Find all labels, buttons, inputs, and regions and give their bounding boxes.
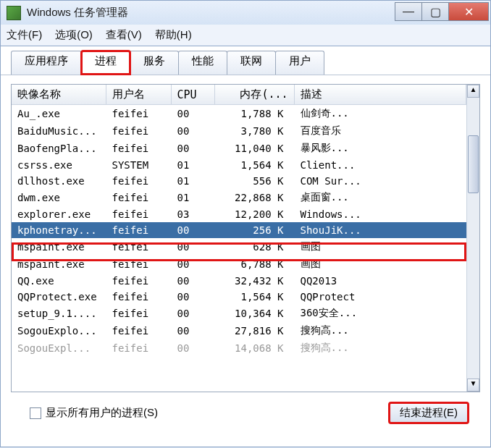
cell-name: kphonetray... — [12, 222, 106, 238]
cell-desc: 桌面窗... — [294, 189, 466, 206]
table-row[interactable]: dllhost.exefeifei01556 KCOM Sur... — [12, 173, 466, 189]
tab-performance[interactable]: 性能 — [178, 51, 227, 75]
scroll-thumb[interactable] — [468, 135, 479, 193]
cell-name: mspaint.exe — [12, 255, 106, 273]
cell-name: dwm.exe — [12, 189, 106, 206]
table-row[interactable]: setup_9.1....feifei0010,364 K360安全... — [12, 305, 466, 322]
table-row[interactable]: SogouExplo...feifei0027,816 K搜狗高... — [12, 322, 466, 339]
cell-desc: 画图 — [294, 238, 466, 255]
titlebar: Windows 任务管理器 — ▢ ✕ — [0, 0, 491, 25]
cell-mem: 10,364 K — [214, 305, 294, 322]
col-cpu[interactable]: CPU — [171, 85, 214, 105]
tab-networking[interactable]: 联网 — [227, 51, 276, 75]
cell-desc: Windows... — [294, 206, 466, 222]
minimize-button[interactable]: — — [395, 2, 422, 21]
cell-mem: 1,564 K — [214, 289, 294, 305]
cell-desc: QQ2013 — [294, 273, 466, 289]
tab-applications[interactable]: 应用程序 — [11, 51, 82, 75]
show-all-users-wrap[interactable]: 显示所有用户的进程(S) — [30, 406, 158, 420]
cell-desc: QQProtect — [294, 289, 466, 305]
cell-user: feifei — [106, 273, 171, 289]
app-icon — [7, 6, 21, 20]
table-row[interactable]: SogouExpl...feifei0014,068 K搜狗高... — [12, 339, 466, 357]
cell-cpu: 00 — [171, 140, 214, 157]
cell-cpu: 01 — [171, 157, 214, 173]
end-process-button[interactable]: 结束进程(E) — [389, 402, 469, 423]
table-row[interactable]: QQProtect.exefeifei001,564 KQQProtect — [12, 289, 466, 305]
cell-cpu: 01 — [171, 189, 214, 206]
cell-name: Au_.exe — [12, 105, 106, 123]
cell-desc: COM Sur... — [294, 173, 466, 189]
cell-user: feifei — [106, 173, 171, 189]
close-button[interactable]: ✕ — [448, 2, 489, 21]
table-row[interactable]: BaiduMusic...feifei003,780 K百度音乐 — [12, 122, 466, 140]
cell-cpu: 00 — [171, 339, 214, 357]
table-row[interactable]: dwm.exefeifei0122,868 K桌面窗... — [12, 189, 466, 206]
menu-help[interactable]: 帮助(H) — [155, 28, 192, 42]
menu-options[interactable]: 选项(O) — [55, 28, 93, 42]
show-all-users-checkbox[interactable] — [30, 407, 41, 419]
tab-processes[interactable]: 进程 — [81, 51, 130, 75]
cell-name: QQ.exe — [12, 273, 106, 289]
cell-name: SogouExplo... — [12, 322, 106, 339]
cell-cpu: 00 — [171, 273, 214, 289]
window-buttons: — ▢ ✕ — [395, 2, 489, 21]
cell-mem: 556 K — [214, 173, 294, 189]
cell-mem: 1,788 K — [214, 105, 294, 123]
cell-user: feifei — [106, 255, 171, 273]
cell-cpu: 00 — [171, 322, 214, 339]
cell-mem: 3,780 K — [214, 122, 294, 140]
cell-user: feifei — [106, 206, 171, 222]
table-row[interactable]: QQ.exefeifei0032,432 KQQ2013 — [12, 273, 466, 289]
col-memory[interactable]: 内存(... — [214, 85, 294, 105]
cell-desc: 画图 — [294, 255, 466, 273]
tab-users[interactable]: 用户 — [275, 51, 324, 75]
cell-user: feifei — [106, 140, 171, 157]
scroll-up-button[interactable]: ▲ — [467, 85, 479, 98]
col-description[interactable]: 描述 — [294, 85, 466, 105]
cell-user: feifei — [106, 322, 171, 339]
cell-name: SogouExpl... — [12, 339, 106, 357]
cell-name: QQProtect.exe — [12, 289, 106, 305]
cell-cpu: 00 — [171, 289, 214, 305]
cell-mem: 6,788 K — [214, 255, 294, 273]
table-row[interactable]: kphonetray...feifei00256 KShouJiK... — [12, 222, 466, 238]
col-image-name[interactable]: 映像名称 — [12, 85, 106, 105]
maximize-button[interactable]: ▢ — [421, 2, 449, 21]
cell-user: feifei — [106, 105, 171, 123]
process-listbox: 映像名称 用户名 CPU 内存(... 描述 Au_.exefeifei001,… — [11, 84, 480, 392]
cell-mem: 32,432 K — [214, 273, 294, 289]
table-row[interactable]: csrss.exeSYSTEM011,564 KClient... — [12, 157, 466, 173]
cell-mem: 22,868 K — [214, 189, 294, 206]
cell-mem: 628 K — [214, 238, 294, 255]
scroll-down-button[interactable]: ▼ — [467, 379, 479, 392]
show-all-users-label: 显示所有用户的进程(S) — [46, 406, 158, 420]
cell-user: SYSTEM — [106, 157, 171, 173]
cell-cpu: 00 — [171, 122, 214, 140]
table-row[interactable]: mspaint.exefeifei006,788 K画图 — [12, 255, 466, 273]
tabstrip: 应用程序 进程 服务 性能 联网 用户 — [1, 46, 490, 75]
cell-desc: Client... — [294, 157, 466, 173]
cell-mem: 27,816 K — [214, 322, 294, 339]
cell-mem: 1,564 K — [214, 157, 294, 173]
menu-view[interactable]: 查看(V) — [106, 28, 142, 42]
menu-file[interactable]: 文件(F) — [7, 28, 42, 42]
cell-user: feifei — [106, 289, 171, 305]
cell-desc: ShouJiK... — [294, 222, 466, 238]
table-row[interactable]: explorer.exefeifei0312,200 KWindows... — [12, 206, 466, 222]
cell-user: feifei — [106, 222, 171, 238]
cell-name: BaofengPla... — [12, 140, 106, 157]
cell-name: setup_9.1.... — [12, 305, 106, 322]
cell-desc: 搜狗高... — [294, 339, 466, 357]
table-row[interactable]: BaofengPla...feifei0011,040 K暴风影... — [12, 140, 466, 157]
cell-name: explorer.exe — [12, 206, 106, 222]
window-title: Windows 任务管理器 — [27, 6, 128, 20]
cell-user: feifei — [106, 238, 171, 255]
table-row[interactable]: Au_.exefeifei001,788 K仙剑奇... — [12, 105, 466, 123]
table-row[interactable]: mspaint.exefeifei00628 K画图 — [12, 238, 466, 255]
cell-name: mspaint.exe — [12, 238, 106, 255]
scrollbar[interactable]: ▲ ▼ — [466, 85, 479, 392]
col-user-name[interactable]: 用户名 — [106, 85, 171, 105]
cell-user: feifei — [106, 305, 171, 322]
tab-services[interactable]: 服务 — [130, 51, 179, 75]
